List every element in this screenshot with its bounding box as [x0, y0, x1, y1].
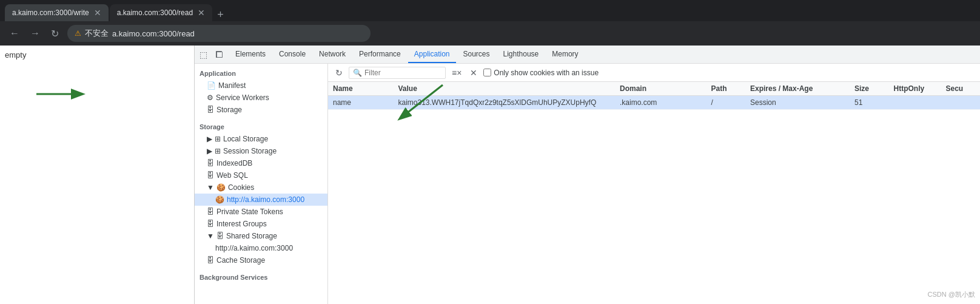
local-storage-icon: ⊞ — [215, 135, 221, 143]
cell-2: .kaimo.com — [615, 96, 706, 110]
sidebar-item-cookie-url[interactable]: 🍪 http://a.kaimo.com:3000 — [195, 194, 327, 206]
storage-app-label: Storage — [216, 106, 242, 114]
sidebar-item-interest-groups[interactable]: 🗄 Interest Groups — [195, 218, 327, 230]
private-state-label: Private State Tokens — [216, 208, 283, 216]
devtools-panel: ⬚ ⧠ Elements Console Network Performance… — [194, 46, 980, 304]
tab-lighthouse[interactable]: Lighthouse — [497, 46, 545, 63]
cell-4: Session — [745, 96, 850, 110]
tab-read-close[interactable]: ✕ — [198, 8, 205, 18]
cell-3: / — [706, 96, 746, 110]
interest-groups-label: Interest Groups — [216, 220, 267, 228]
cookies-label: Cookies — [228, 183, 254, 192]
session-storage-icon: ⊞ — [215, 147, 221, 155]
sidebar-item-local-storage[interactable]: ▶ ⊞ Local Storage — [195, 133, 327, 145]
shared-storage-label: Shared Storage — [226, 232, 277, 240]
sidebar-item-storage-app[interactable]: 🗄 Storage — [195, 104, 327, 116]
col-domain[interactable]: Domain — [615, 82, 706, 96]
page-empty-text: empty — [5, 50, 26, 59]
refresh-cookies-btn[interactable]: ↻ — [333, 67, 345, 79]
forward-button[interactable]: → — [28, 25, 42, 41]
sidebar-item-cookies[interactable]: ▼ 🍪 Cookies — [195, 181, 327, 194]
service-workers-icon: ⚙ — [207, 93, 213, 102]
interest-groups-icon: 🗄 — [207, 220, 214, 228]
col-expires[interactable]: Expires / Max-Age — [745, 82, 850, 96]
col-httponly[interactable]: HttpOnly — [889, 82, 941, 96]
sidebar-item-manifest[interactable]: 📄 Manifest — [195, 79, 327, 92]
clear-filter-btn[interactable]: ≡× — [449, 67, 464, 79]
filter-container[interactable]: 🔍 — [349, 67, 446, 79]
tab-elements[interactable]: Elements — [229, 46, 272, 63]
sidebar-item-private-state[interactable]: 🗄 Private State Tokens — [195, 206, 327, 218]
cookies-triangle: ▼ — [207, 183, 214, 192]
local-storage-triangle: ▶ — [207, 135, 212, 143]
page-content-area: empty — [0, 46, 194, 304]
shared-storage-triangle: ▼ — [207, 232, 214, 240]
tab-read[interactable]: a.kaimo.com:3000/read ✕ — [110, 4, 212, 21]
cookie-toolbar: ↻ 🔍 ≡× ✕ Only show cookies with an issue — [328, 64, 980, 82]
devtools-tab-bar: ⬚ ⧠ Elements Console Network Performance… — [195, 46, 980, 64]
cookie-table: Name Value Domain Path Expires / Max-Age… — [328, 82, 980, 304]
local-storage-label: Local Storage — [223, 135, 268, 143]
manifest-icon: 📄 — [207, 81, 216, 90]
cache-storage-icon: 🗄 — [207, 256, 214, 265]
warning-text: 不安全 — [85, 28, 109, 39]
cookies-data-table: Name Value Domain Path Expires / Max-Age… — [328, 82, 980, 110]
sidebar-item-session-storage[interactable]: ▶ ⊞ Session Storage — [195, 145, 327, 157]
col-path[interactable]: Path — [706, 82, 746, 96]
col-value[interactable]: Value — [394, 82, 616, 96]
cookie-url-label: http://a.kaimo.com:3000 — [227, 195, 304, 204]
filter-input-field[interactable] — [364, 69, 443, 77]
device-icon-btn[interactable]: ⧠ — [212, 47, 226, 62]
refresh-button[interactable]: ↻ — [49, 25, 61, 42]
section-storage: Storage — [195, 121, 327, 133]
issue-checkbox-label[interactable]: Only show cookies with an issue — [483, 69, 599, 77]
manifest-label: Manifest — [218, 81, 246, 90]
indexeddb-label: IndexedDB — [216, 159, 252, 167]
back-button[interactable]: ← — [7, 25, 22, 41]
tab-read-label: a.kaimo.com:3000/read — [117, 8, 193, 17]
tab-write-label: a.kaimo.com:3000/write — [12, 8, 89, 17]
sidebar-item-websql[interactable]: 🗄 Web SQL — [195, 169, 327, 181]
new-tab-button[interactable]: + — [213, 8, 227, 21]
main-panel: ↻ 🔍 ≡× ✕ Only show cookies with an issue — [328, 64, 980, 304]
tab-application[interactable]: Application — [408, 46, 456, 63]
sidebar-item-shared-storage-url[interactable]: http://a.kaimo.com:3000 — [195, 242, 327, 254]
cell-5: 51 — [850, 96, 889, 110]
sidebar-item-cache-storage[interactable]: 🗄 Cache Storage — [195, 254, 327, 266]
tab-memory[interactable]: Memory — [546, 46, 584, 63]
tab-sources[interactable]: Sources — [457, 46, 496, 63]
session-storage-label: Session Storage — [223, 147, 277, 155]
shared-storage-url-label: http://a.kaimo.com:3000 — [215, 244, 293, 252]
cell-0: name — [328, 96, 394, 110]
private-state-icon: 🗄 — [207, 208, 214, 216]
tab-write-close[interactable]: ✕ — [94, 8, 101, 18]
shared-storage-icon: 🗄 — [216, 232, 224, 240]
inspect-icon-btn[interactable]: ⬚ — [197, 47, 210, 62]
sidebar-item-service-workers[interactable]: ⚙ Service Workers — [195, 92, 327, 104]
tab-network[interactable]: Network — [313, 46, 352, 63]
tab-write[interactable]: a.kaimo.com:3000/write ✕ — [5, 4, 109, 21]
tab-performance[interactable]: Performance — [353, 46, 407, 63]
websql-icon: 🗄 — [207, 171, 214, 180]
col-size[interactable]: Size — [850, 82, 889, 96]
sidebar-item-indexeddb[interactable]: 🗄 IndexedDB — [195, 157, 327, 169]
col-name[interactable]: Name — [328, 82, 394, 96]
table-row[interactable]: namekaimo313.WWH17jTqdQxr2z9tqZ5sXlDGmUh… — [328, 96, 980, 110]
issue-checkbox-text: Only show cookies with an issue — [494, 69, 599, 77]
delete-btn[interactable]: ✕ — [468, 67, 480, 79]
websql-label: Web SQL — [216, 171, 248, 180]
cell-7 — [941, 96, 981, 110]
cache-storage-label: Cache Storage — [216, 256, 265, 265]
cookies-icon: 🍪 — [216, 183, 226, 192]
arrow-left — [36, 82, 91, 106]
cookie-url-icon: 🍪 — [215, 195, 224, 204]
watermark: CSDN @凯小默 — [928, 290, 975, 299]
indexeddb-icon: 🗄 — [207, 159, 214, 167]
address-bar[interactable]: ⚠ 不安全 a.kaimo.com:3000/read — [67, 25, 371, 42]
tab-console[interactable]: Console — [273, 46, 312, 63]
col-secure[interactable]: Secu — [941, 82, 981, 96]
sidebar-item-shared-storage[interactable]: ▼ 🗄 Shared Storage — [195, 230, 327, 242]
address-text: a.kaimo.com:3000/read — [112, 29, 195, 38]
filter-icon: 🔍 — [353, 69, 362, 77]
issue-checkbox[interactable] — [483, 69, 491, 76]
